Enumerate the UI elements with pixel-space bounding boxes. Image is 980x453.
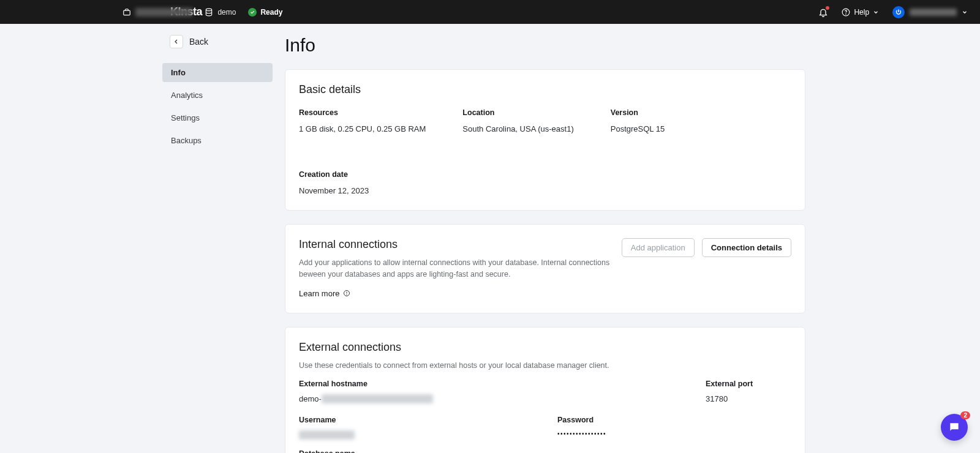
database-name-label: Database name (299, 449, 791, 453)
learn-more-link[interactable]: Learn more (299, 289, 350, 298)
sidebar: Back Info Analytics Settings Backups (162, 35, 273, 453)
breadcrumb-org-label: organization (135, 8, 192, 17)
topbar: KInsta organization demo Ready Help (0, 0, 980, 24)
resources-label: Resources (299, 108, 426, 117)
user-menu[interactable]: username (892, 6, 968, 18)
briefcase-icon (123, 8, 131, 17)
back-label[interactable]: Back (189, 37, 208, 47)
status-label: Ready (260, 8, 282, 17)
svg-point-3 (846, 13, 846, 14)
location-label: Location (462, 108, 573, 117)
svg-point-1 (206, 9, 212, 10)
page-title: Info (285, 35, 805, 56)
internal-connections-subtext: Add your applications to allow internal … (299, 257, 617, 280)
chevron-down-icon (873, 9, 879, 15)
sidebar-item-info[interactable]: Info (162, 63, 273, 82)
external-connections-subtext: Use these credentials to connect from ex… (299, 360, 617, 372)
external-connections-title: External connections (299, 341, 791, 354)
chevron-down-icon (962, 9, 968, 15)
resources-field: Resources 1 GB disk, 0.25 CPU, 0.25 GB R… (299, 108, 426, 133)
breadcrumb-org[interactable]: organization (123, 8, 192, 17)
arrow-left-icon (173, 38, 180, 45)
sidebar-item-analytics[interactable]: Analytics (162, 86, 273, 105)
status-badge: Ready (248, 8, 282, 17)
hostname-redacted: xxxxx.xxxxxxxxxx.xxxxxxxx.app (322, 394, 433, 403)
creation-date-field: Creation date November 12, 2023 (299, 170, 385, 195)
internal-connections-card: Internal connections Add your applicatio… (285, 224, 805, 313)
basic-details-card: Basic details Resources 1 GB disk, 0.25 … (285, 69, 805, 211)
back-button[interactable] (170, 35, 183, 48)
chat-unread-badge: 2 (960, 411, 970, 419)
creation-date-label: Creation date (299, 170, 385, 179)
learn-more-label: Learn more (299, 289, 339, 298)
chat-icon (948, 421, 960, 433)
version-value: PostgreSQL 15 (611, 124, 696, 133)
connection-details-button[interactable]: Connection details (702, 238, 791, 257)
notification-dot (826, 6, 829, 10)
database-icon (205, 8, 213, 17)
location-field: Location South Carolina, USA (us-east1) (462, 108, 573, 133)
username-value: xxxxxxxxxxxxxx (299, 430, 533, 440)
avatar (892, 6, 905, 18)
add-application-button[interactable]: Add application (622, 238, 695, 257)
breadcrumb-project-label: demo (217, 8, 236, 17)
check-circle-icon (248, 8, 257, 17)
external-link-icon (343, 290, 350, 297)
location-value: South Carolina, USA (us-east1) (462, 124, 573, 133)
external-hostname-label: External hostname (299, 380, 681, 388)
hostname-prefix: demo- (299, 394, 322, 403)
creation-date-value: November 12, 2023 (299, 186, 385, 195)
username-label: Username (299, 416, 533, 424)
username-redacted: xxxxxxxxxxxxxx (299, 430, 355, 440)
breadcrumb-project[interactable]: demo (205, 8, 236, 17)
help-label: Help (854, 8, 869, 17)
version-field: Version PostgreSQL 15 (611, 108, 696, 133)
chat-launcher[interactable]: 2 (941, 414, 968, 441)
password-value: •••••••••••••••• (557, 430, 791, 437)
sidebar-item-backups[interactable]: Backups (162, 131, 273, 150)
help-circle-icon (842, 8, 850, 17)
external-port-label: External port (706, 380, 791, 388)
external-hostname-value: demo-xxxxx.xxxxxxxxxx.xxxxxxxx.app (299, 394, 681, 403)
version-label: Version (611, 108, 696, 117)
external-connections-card: External connections Use these credentia… (285, 327, 805, 454)
resources-value: 1 GB disk, 0.25 CPU, 0.25 GB RAM (299, 124, 426, 133)
svg-rect-0 (124, 10, 130, 15)
basic-details-title: Basic details (299, 83, 791, 96)
user-name: username (910, 9, 957, 16)
sidebar-item-settings[interactable]: Settings (162, 108, 273, 127)
notifications-button[interactable] (818, 7, 828, 17)
svg-point-5 (347, 294, 347, 295)
help-menu[interactable]: Help (842, 8, 879, 17)
external-port-value: 31780 (706, 394, 791, 403)
password-label: Password (557, 416, 791, 424)
internal-connections-title: Internal connections (299, 238, 617, 251)
power-icon (895, 9, 902, 16)
